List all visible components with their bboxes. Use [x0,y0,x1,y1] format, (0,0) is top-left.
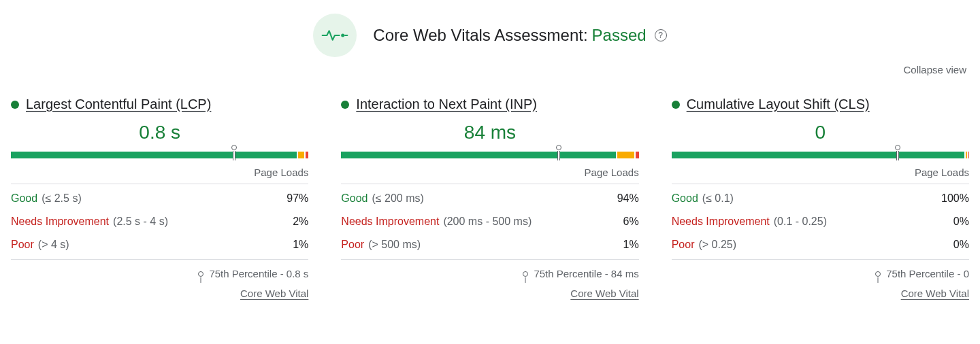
page-loads-header: Page Loads [11,167,308,184]
bar-seg-good [341,152,615,158]
distribution-bar-lcp [11,146,308,160]
dist-row-ni: Needs Improvement (200 ms - 500 ms) 6% [341,210,638,233]
dist-range-good: (≤ 0.1) [702,192,734,205]
assessment-header: Core Web Vitals Assessment: Passed ? [11,14,969,57]
dist-row-good: Good (≤ 2.5 s) 97% [11,187,308,210]
collapse-row: Collapse view [11,64,969,76]
core-web-vital-link-lcp[interactable]: Core Web Vital [240,288,308,299]
bar-seg-needs-improvement [617,152,635,158]
dist-pct-poor: 0% [953,239,969,251]
dist-pct-poor: 1% [623,239,639,251]
dist-pct-ni: 2% [293,216,308,228]
bar-seg-poor [306,152,308,158]
percentile-marker-icon [556,145,561,150]
collapse-view-link[interactable]: Collapse view [903,64,966,75]
dist-range-ni: (200 ms - 500 ms) [443,216,532,228]
percentile-marker-icon [523,271,528,277]
assessment-title-prefix: Core Web Vitals Assessment: [373,26,587,45]
dist-cat-poor: Poor [672,239,695,251]
percentile-text: 75th Percentile - 0 [886,268,969,279]
dist-range-ni: (0.1 - 0.25) [774,216,827,228]
svg-point-0 [342,34,345,37]
assessment-title: Core Web Vitals Assessment: Passed ? [373,26,666,45]
metric-card-inp: Interaction to Next Paint (INP) 84 ms Pa… [341,97,638,300]
dist-range-ni: (2.5 s - 4 s) [113,216,168,228]
bar-seg-needs-improvement [966,152,967,158]
dist-cat-poor: Poor [341,239,364,251]
dist-row-good: Good (≤ 0.1) 100% [672,187,969,210]
dist-pct-good: 97% [287,192,308,205]
distribution-bar-cls [672,146,969,160]
cwv-link-row: Core Web Vital [11,283,308,300]
dist-row-ni: Needs Improvement (2.5 s - 4 s) 2% [11,210,308,233]
dist-cat-good: Good [672,192,698,205]
dist-cat-ni: Needs Improvement [11,216,109,228]
metric-title-link-cls[interactable]: Cumulative Layout Shift (CLS) [687,97,870,112]
dist-pct-ni: 6% [623,216,639,228]
metric-card-cls: Cumulative Layout Shift (CLS) 0 Page Loa… [672,97,969,300]
distribution-bar-inp [341,146,638,160]
metric-title-link-lcp[interactable]: Largest Contentful Paint (LCP) [26,97,211,112]
core-web-vital-link-inp[interactable]: Core Web Vital [570,288,638,299]
metric-title-row: Largest Contentful Paint (LCP) [11,97,308,112]
dist-cat-good: Good [341,192,368,205]
metric-title-link-inp[interactable]: Interaction to Next Paint (INP) [356,97,537,112]
dist-cat-good: Good [11,192,37,205]
metric-title-row: Cumulative Layout Shift (CLS) [672,97,969,112]
dist-range-poor: (> 0.25) [698,239,736,251]
percentile-row: 75th Percentile - 0.8 s [11,260,308,283]
metric-title-row: Interaction to Next Paint (INP) [341,97,638,112]
assessment-status: Passed [592,26,647,45]
percentile-text: 75th Percentile - 0.8 s [209,268,308,279]
dist-pct-good: 94% [617,192,639,205]
dist-row-ni: Needs Improvement (0.1 - 0.25) 0% [672,210,969,233]
help-icon[interactable]: ? [655,29,667,41]
metric-value-row: 84 ms [341,122,638,143]
cwv-link-row: Core Web Vital [672,283,969,300]
dist-row-good: Good (≤ 200 ms) 94% [341,187,638,210]
dist-cat-ni: Needs Improvement [672,216,770,228]
bar-seg-poor [968,152,969,158]
dist-range-poor: (> 500 ms) [368,239,421,251]
metric-value-cls: 0 [815,122,826,143]
core-web-vital-link-cls[interactable]: Core Web Vital [901,288,969,299]
percentile-marker-icon [231,145,237,150]
dist-pct-poor: 1% [293,239,308,251]
status-dot-good [11,101,19,109]
dist-row-poor: Poor (> 4 s) 1% [11,233,308,256]
cwv-link-row: Core Web Vital [341,283,638,300]
percentile-row: 75th Percentile - 0 [672,260,969,283]
metric-card-lcp: Largest Contentful Paint (LCP) 0.8 s Pag… [11,97,308,300]
bar-seg-poor [636,152,638,158]
percentile-marker-icon [198,271,203,277]
pulse-icon [313,14,357,57]
metric-value-row: 0 [672,122,969,143]
metric-value-row: 0.8 s [11,122,308,143]
status-dot-good [341,101,349,109]
dist-range-good: (≤ 200 ms) [372,192,423,205]
percentile-marker-icon [895,145,900,150]
bar-seg-good [11,152,297,158]
bar-seg-needs-improvement [298,152,304,158]
dist-row-poor: Poor (> 0.25) 0% [672,233,969,256]
dist-pct-good: 100% [941,192,969,205]
dist-row-poor: Poor (> 500 ms) 1% [341,233,638,256]
percentile-marker-icon [875,271,881,277]
dist-cat-poor: Poor [11,239,34,251]
page-loads-header: Page Loads [672,167,969,184]
metric-value-lcp: 0.8 s [139,122,180,143]
page-loads-header: Page Loads [341,167,638,184]
percentile-row: 75th Percentile - 84 ms [341,260,638,283]
dist-range-poor: (> 4 s) [38,239,69,251]
metrics-grid: Largest Contentful Paint (LCP) 0.8 s Pag… [11,97,969,300]
dist-cat-ni: Needs Improvement [341,216,439,228]
status-dot-good [672,101,680,109]
percentile-text: 75th Percentile - 84 ms [534,268,638,279]
bar-seg-good [672,152,964,158]
dist-range-good: (≤ 2.5 s) [42,192,82,205]
dist-pct-ni: 0% [953,216,969,228]
metric-value-inp: 84 ms [464,122,516,143]
